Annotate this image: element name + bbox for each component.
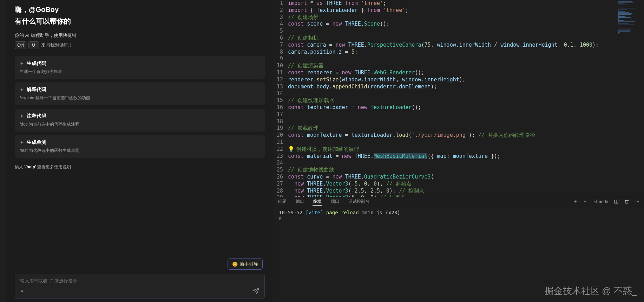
card-sub: /explain 解释一下当前选中函数的功能	[20, 95, 260, 101]
terminal-panel: 问题输出终端端口调试控制台 node	[273, 197, 644, 302]
line-gutter: 1234567891011121314151617181920212223242…	[273, 0, 288, 197]
terminal-trash-button[interactable]	[624, 199, 629, 204]
ai-input-footer: ✦	[20, 288, 259, 295]
terminal-more-button[interactable]	[635, 199, 640, 204]
card-title: 生成代码	[27, 60, 46, 67]
term-command: page reload	[326, 210, 359, 215]
term-vite-tag: [vite]	[305, 210, 323, 215]
sparkle-icon: ✦	[20, 113, 24, 119]
card-title: 注释代码	[27, 113, 46, 119]
ai-greeting: 嗨，@GoBoy	[15, 5, 265, 14]
newbie-guide-button[interactable]: 😊 新手引导	[228, 259, 263, 270]
help-pre: 输入	[15, 165, 24, 169]
sparkle-icon: ✦	[20, 140, 24, 145]
terminal-toolbar: node	[573, 199, 640, 204]
term-timestamp: 10:59:52	[279, 210, 302, 215]
terminal-tabs: 问题输出终端端口调试控制台 node	[273, 197, 644, 206]
terminal-new-button[interactable]	[573, 199, 578, 204]
card-sub: /doc 为当前选中的代码生成注释	[20, 121, 260, 127]
guide-emoji-icon: 😊	[232, 262, 238, 267]
card-sub: /test 为这段选中的函数生成单测	[20, 148, 260, 154]
minimap[interactable]	[617, 0, 644, 197]
terminal-profile-name: node	[599, 199, 608, 204]
terminal-tab[interactable]: 输出	[295, 197, 305, 205]
ai-suggestion-card[interactable]: ✦解释代码/explain 解释一下当前选中函数的功能	[15, 82, 265, 105]
svg-point-2	[636, 201, 636, 202]
kbd-ctrl: Ctrl	[15, 41, 26, 49]
ai-shortcut-row: Ctrl U 来与我对话吧！	[15, 41, 265, 49]
sparkle-icon[interactable]: ✦	[20, 288, 24, 294]
ai-suggestion-card[interactable]: ✦生成单测/test 为这段选中的函数生成单测	[15, 135, 265, 158]
activity-bar	[0, 0, 6, 302]
ai-subtitle: 有什么可以帮你的	[15, 16, 265, 26]
terminal-tab[interactable]: 调试控制台	[348, 197, 370, 205]
editor-area: 1234567891011121314151617181920212223242…	[273, 0, 644, 302]
kbd-u: U	[28, 41, 39, 49]
ai-help-hint: 输入 '/help' 查看更多使用说明	[15, 164, 265, 170]
svg-rect-0	[593, 200, 597, 203]
card-title: 生成单测	[27, 139, 46, 146]
ai-assistant-panel: 嗨，@GoBoy 有什么可以帮你的 你的 AI 编程助手，使用快捷键 Ctrl …	[6, 0, 273, 302]
term-cursor: ▯	[279, 215, 638, 221]
guide-label: 新手引导	[240, 261, 258, 267]
term-file: main.js (x23)	[362, 210, 400, 215]
terminal-output[interactable]: 10:59:52 [vite] page reload main.js (x23…	[273, 206, 644, 224]
svg-point-4	[638, 201, 639, 202]
terminal-dropdown-button[interactable]	[583, 200, 587, 203]
ai-suggestion-card[interactable]: ✦注释代码/doc 为当前选中的代码生成注释	[15, 109, 265, 132]
sparkle-icon: ✦	[20, 61, 24, 66]
editor-with-minimap: 1234567891011121314151617181920212223242…	[273, 0, 644, 197]
terminal-tab[interactable]: 端口	[330, 197, 340, 205]
svg-point-3	[637, 201, 638, 202]
help-cmd: '/help'	[24, 165, 36, 169]
code-content[interactable]: import * as THREE from 'three';import { …	[288, 0, 617, 197]
card-title: 解释代码	[27, 87, 46, 93]
terminal-tab[interactable]: 问题	[277, 197, 287, 205]
help-post: 查看更多使用说明	[36, 165, 71, 169]
terminal-profile-label[interactable]: node	[592, 199, 608, 204]
ai-description: 你的 AI 编程助手，使用快捷键	[15, 32, 265, 39]
ai-input-box[interactable]: 输入消息或者 "/" 来选择指令 ✦	[15, 274, 265, 298]
terminal-tab[interactable]: 终端	[313, 197, 322, 206]
sparkle-icon: ✦	[20, 87, 24, 93]
ai-suggestion-card[interactable]: ✦生成代码生成一个冒泡排序算法	[15, 56, 265, 79]
ai-input-placeholder: 输入消息或者 "/" 来选择指令	[20, 278, 259, 284]
app-root: 嗨，@GoBoy 有什么可以帮你的 你的 AI 编程助手，使用快捷键 Ctrl …	[0, 0, 644, 302]
terminal-split-button[interactable]	[614, 199, 619, 204]
card-sub: 生成一个冒泡排序算法	[20, 69, 260, 75]
code-editor[interactable]: 1234567891011121314151617181920212223242…	[273, 0, 617, 197]
send-icon[interactable]	[252, 288, 259, 295]
ai-talk-hint: 来与我对话吧！	[41, 42, 73, 48]
